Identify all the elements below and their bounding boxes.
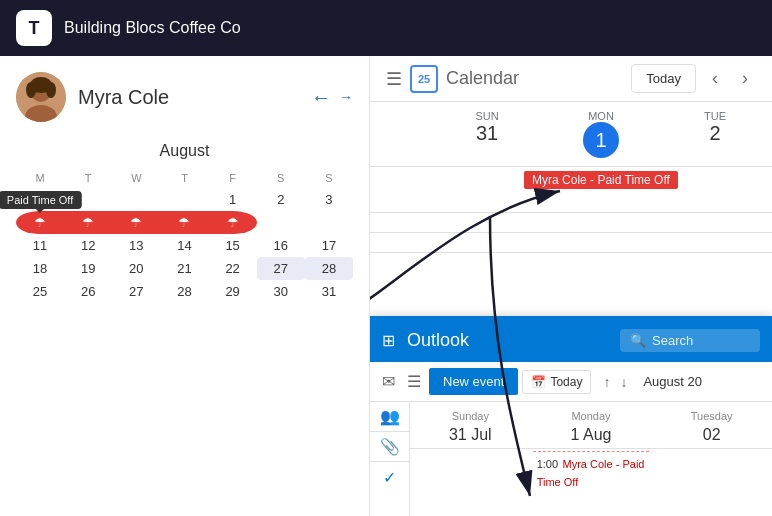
calendar-grid: M T W T F S S [16,168,353,303]
gcal-col-mon: MON 1 [544,102,658,166]
calendar-month-title: August [16,142,353,160]
outlook-pto-event-row[interactable]: 1:00 Myra Cole - Paid Time Off [533,451,650,492]
weekday-s2: S [305,168,353,188]
outlook-col-tuesday: Tuesday 02 [651,402,772,516]
top-bar: T Building Blocs Coffee Co [0,0,772,56]
app-logo: T [16,10,52,46]
cal-day-28[interactable]: 28 [160,280,208,303]
gcal-menu-button[interactable]: ☰ [386,68,402,90]
outlook-overlay: ⊞ Outlook 🔍 Search ✉ ☰ New event 📅 Today [370,316,772,516]
cal-day-27[interactable]: 27 [112,280,160,303]
outlook-tuesday-events [651,449,772,509]
cal-day-9[interactable]: 9 [257,211,305,234]
outlook-col-sunday: Sunday 31 Jul [410,402,531,516]
cal-day-21[interactable]: 21 [160,257,208,280]
outlook-monday-header: Monday 1 Aug [531,402,652,449]
cal-day-13[interactable]: 13 [112,234,160,257]
gcal-pto-event[interactable]: Myra Cole - Paid Time Off [524,171,678,189]
outlook-col-monday: Monday 1 Aug 1:00 Myra Cole - Paid Time … [531,402,652,516]
gcal-sun-events [430,169,520,191]
profile-actions: ← → [311,86,353,109]
cal-day-3[interactable]: 3 [305,188,353,211]
gcal-col-sun: SUN 31 [430,102,544,166]
cal-day-4[interactable]: Paid Time Off ☂ [16,211,64,234]
user-profile: Myra Cole ← → [16,72,353,122]
weekday-t1: T [64,168,112,188]
gcal-tue-events [682,169,772,191]
outlook-next-button[interactable]: ↓ [616,370,631,394]
calendar-week-4: 18 19 20 21 22 27 28 [16,257,353,280]
cal-day-22[interactable]: 22 [209,257,257,280]
outlook-apps-icon[interactable]: ⊞ [382,331,395,350]
calendar-week-pto: Paid Time Off ☂ ☂ ☂ ☂ ☂ 9 10 [16,211,353,234]
cal-day-15[interactable]: 15 [209,234,257,257]
outlook-side-header: 👥 [370,402,409,432]
gcal-next-button[interactable]: › [734,64,756,93]
cal-day-1[interactable]: 1 [209,188,257,211]
outlook-monday-date: 1 Aug [535,426,648,444]
outlook-clip-icon: 📎 [380,437,400,456]
outlook-search-box[interactable]: 🔍 Search [620,329,760,352]
cal-day-8[interactable]: ☂ [209,211,257,234]
cal-day-14[interactable]: 14 [160,234,208,257]
cal-day-24[interactable]: 28 [305,257,353,280]
cal-day-26[interactable]: 26 [64,280,112,303]
gcal-time-row [370,193,772,213]
cal-day-12[interactable]: 12 [64,234,112,257]
cal-day-20[interactable]: 20 [112,257,160,280]
cal-day-11[interactable]: 11 [16,234,64,257]
gcal-events-row: Myra Cole - Paid Time Off [370,167,772,193]
outlook-nav-arrows: ↑ ↓ [599,370,631,394]
cal-day-16[interactable]: 16 [257,234,305,257]
gcal-dow-tue: TUE [704,110,726,122]
gcal-time-gutter [370,102,430,166]
cal-day-18[interactable]: 18 [16,257,64,280]
weekday-f: F [209,168,257,188]
user-name: Myra Cole [78,86,169,109]
gcal-time-row3 [370,233,772,253]
gcal-mon-events[interactable]: Myra Cole - Paid Time Off [520,169,682,191]
cal-day-25[interactable]: 25 [16,280,64,303]
gcal-prev-button[interactable]: ‹ [704,64,726,93]
gcal-header: ☰ 25 Calendar Today ‹ › [370,56,772,102]
outlook-event-time: 1:00 [537,458,558,470]
cal-day-19[interactable]: 19 [64,257,112,280]
gcal-date-1: 1 [583,122,619,158]
cal-day-2[interactable]: 2 [257,188,305,211]
avatar [16,72,66,122]
gcal-dow-mon: MON [588,110,614,122]
cal-day-empty3[interactable] [112,188,160,211]
calendar-weekday-header: M T W T F S S [16,168,353,188]
outlook-monday-label: Monday [535,406,648,426]
app-title: Building Blocs Coffee Co [64,19,241,37]
outlook-sunday-label: Sunday [414,406,527,426]
outlook-cal-side: 👥 📎 ✓ [370,402,410,516]
outlook-today-button[interactable]: 📅 Today [522,370,591,394]
outlook-prev-button[interactable]: ↑ [599,370,614,394]
svg-point-4 [26,82,36,98]
cal-day-23[interactable]: 27 [257,257,305,280]
outlook-new-event-button[interactable]: New event [429,368,518,395]
outlook-menu-icon[interactable]: ☰ [403,368,425,395]
weekday-w: W [112,168,160,188]
cal-day-7[interactable]: ☂ [160,211,208,234]
cal-day-6[interactable]: ☂ [112,211,160,234]
outlook-side-row3: ✓ [370,462,409,492]
outlook-tuesday-date: 02 [655,426,768,444]
cal-day-5[interactable]: ☂ [64,211,112,234]
gcal-all-day-row: Myra Cole - Paid Time Off [370,169,772,191]
gcal-all-day-gutter [370,169,430,191]
cal-day-31[interactable]: 31 [305,280,353,303]
gcal-title: Calendar [446,68,519,89]
cal-day-17[interactable]: 17 [305,234,353,257]
cal-day-empty4[interactable] [160,188,208,211]
outlook-date-label: August 20 [643,374,702,389]
gcal-date-2: 2 [662,122,768,145]
cal-day-29[interactable]: 29 [209,280,257,303]
outlook-mail-icon[interactable]: ✉ [378,368,399,395]
edit-button[interactable]: → [339,89,353,105]
gcal-today-button[interactable]: Today [631,64,696,93]
cal-day-10[interactable]: 10 [305,211,353,234]
back-button[interactable]: ← [311,86,331,109]
cal-day-30[interactable]: 30 [257,280,305,303]
